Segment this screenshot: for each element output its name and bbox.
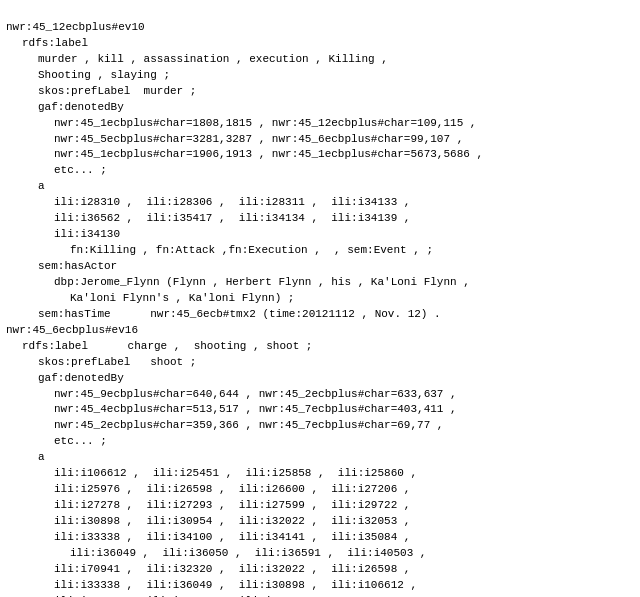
code-line: ili:i27278 , ili:i27293 , ili:i27599 , i… <box>6 498 634 514</box>
code-line: etc... ; <box>6 163 634 179</box>
code-line: rdfs:label charge , shooting , shoot ; <box>6 339 634 355</box>
code-line: gaf:denotedBy <box>6 371 634 387</box>
code-line: fn:Killing , fn:Attack ,fn:Execution , ,… <box>6 243 634 259</box>
code-line: ili:i33338 , ili:i36049 , ili:i30898 , i… <box>6 578 634 594</box>
code-line: ili:i25976 , ili:i26598 , ili:i26600 , i… <box>6 482 634 498</box>
code-line: nwr:45_5ecbplus#char=3281,3287 , nwr:45_… <box>6 132 634 148</box>
code-line: a <box>6 450 634 466</box>
code-line: sem:hasActor <box>6 259 634 275</box>
code-line: ili:i28310 , ili:i28306 , ili:i28311 , i… <box>6 195 634 211</box>
code-line: ili:i33338 , ili:i34100 , ili:i34141 , i… <box>6 530 634 546</box>
code-line: ili:i70941 , ili:i32320 , ili:i32022 , i… <box>6 562 634 578</box>
code-line: Ka'loni Flynn's , Ka'loni Flynn) ; <box>6 291 634 307</box>
code-line: nwr:45_1ecbplus#char=1808,1815 , nwr:45_… <box>6 116 634 132</box>
code-line: ili:i34130 <box>6 227 634 243</box>
code-line: nwr:45_6ecbplus#ev16 <box>6 323 634 339</box>
code-line: rdfs:label <box>6 36 634 52</box>
code-line: skos:prefLabel murder ; <box>6 84 634 100</box>
code-line: sem:hasTime nwr:45_6ecb#tmx2 (time:20121… <box>6 307 634 323</box>
code-line: skos:prefLabel shoot ; <box>6 355 634 371</box>
code-line: ili:i106612 , ili:i25451 , ili:i25858 , … <box>6 466 634 482</box>
code-view: nwr:45_12ecbplus#ev10rdfs:labelmurder , … <box>0 0 640 597</box>
code-line: nwr:45_12ecbplus#ev10 <box>6 20 634 36</box>
code-line: dbp:Jerome_Flynn (Flynn , Herbert Flynn … <box>6 275 634 291</box>
code-line: ili:i36049 , ili:i36050 , ili:i36591 , i… <box>6 546 634 562</box>
code-line: Shooting , slaying ; <box>6 68 634 84</box>
code-line: etc... ; <box>6 434 634 450</box>
code-line: nwr:45_2ecbplus#char=359,366 , nwr:45_7e… <box>6 418 634 434</box>
code-line: murder , kill , assassination , executio… <box>6 52 634 68</box>
code-line: ili:i36562 , ili:i35417 , ili:i34134 , i… <box>6 211 634 227</box>
code-line: ili:i30898 , ili:i30954 , ili:i32022 , i… <box>6 514 634 530</box>
code-line: a <box>6 179 634 195</box>
code-line: gaf:denotedBy <box>6 100 634 116</box>
code-line: nwr:45_9ecbplus#char=640,644 , nwr:45_2e… <box>6 387 634 403</box>
code-line: nwr:45_1ecbplus#char=1906,1913 , nwr:45_… <box>6 147 634 163</box>
code-line: nwr:45_4ecbplus#char=513,517 , nwr:45_7e… <box>6 402 634 418</box>
